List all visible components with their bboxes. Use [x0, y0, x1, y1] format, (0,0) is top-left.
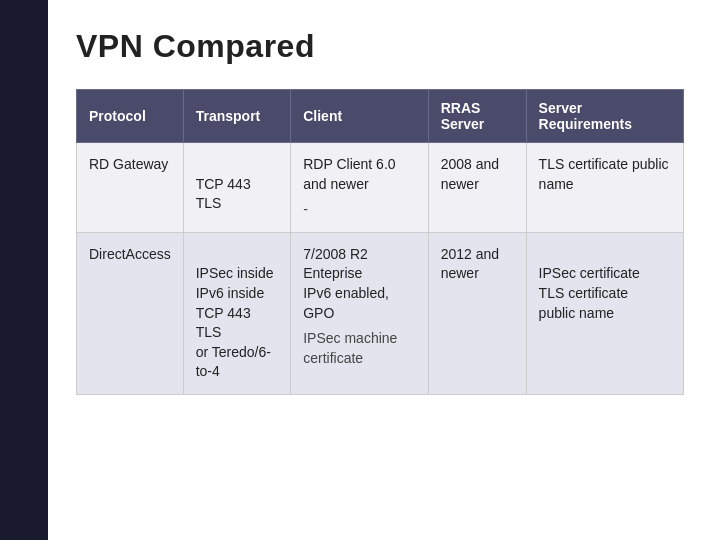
content-area: VPN Compared Protocol Transport Client R… — [48, 0, 720, 423]
table-row: DirectAccess IPSec inside IPv6 inside TC… — [77, 232, 684, 394]
cell-transport-1: IPSec inside IPv6 inside TCP 443 TLS or … — [183, 232, 291, 394]
cell-server-req-1: IPSec certificate TLS certificate public… — [526, 232, 683, 394]
client-secondary-1: IPSec machine certificate — [303, 329, 415, 368]
table-header-row: Protocol Transport Client RRAS Server Se… — [77, 90, 684, 143]
col-header-protocol: Protocol — [77, 90, 184, 143]
cell-client-0: RDP Client 6.0 and newer - — [291, 143, 428, 233]
cell-client-1: 7/2008 R2 Enteprise IPv6 enabled, GPO IP… — [291, 232, 428, 394]
cell-protocol-1: DirectAccess — [77, 232, 184, 394]
table-row: RD Gateway TCP 443 TLS RDP Client 6.0 an… — [77, 143, 684, 233]
col-header-rras: RRAS Server — [428, 90, 526, 143]
client-primary-1: 7/2008 R2 Enteprise IPv6 enabled, GPO — [303, 246, 389, 321]
slide: VPN Compared Protocol Transport Client R… — [0, 0, 720, 540]
col-header-transport: Transport — [183, 90, 291, 143]
cell-rras-1: 2012 and newer — [428, 232, 526, 394]
col-header-server-req: Server Requirements — [526, 90, 683, 143]
cell-rras-0: 2008 and newer — [428, 143, 526, 233]
client-primary-0: RDP Client 6.0 and newer — [303, 156, 395, 192]
client-secondary-0: - — [303, 200, 415, 220]
col-header-client: Client — [291, 90, 428, 143]
cell-transport-0: TCP 443 TLS — [183, 143, 291, 233]
cell-server-req-0: TLS certificate public name — [526, 143, 683, 233]
comparison-table: Protocol Transport Client RRAS Server Se… — [76, 89, 684, 395]
left-accent-bar — [0, 0, 48, 540]
slide-title: VPN Compared — [76, 28, 684, 65]
cell-protocol-0: RD Gateway — [77, 143, 184, 233]
